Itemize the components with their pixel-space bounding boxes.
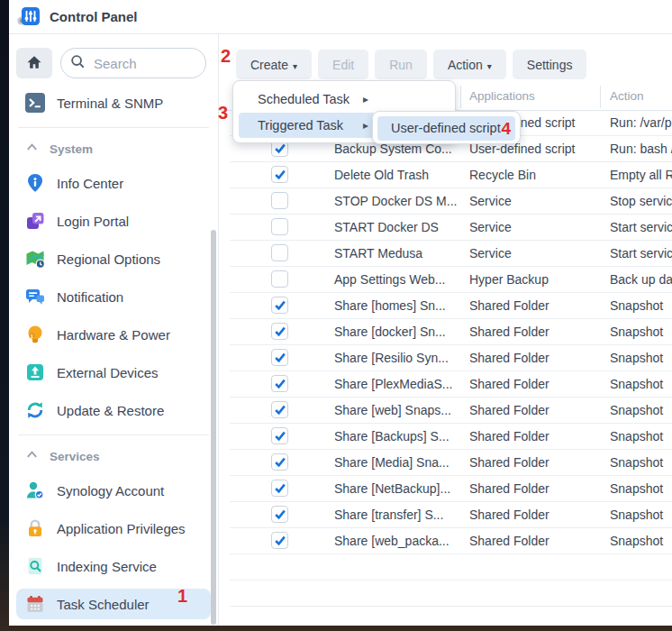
task-enabled-checkbox[interactable] bbox=[271, 401, 288, 418]
annotation-3: 3 bbox=[218, 104, 228, 122]
sidebar-item-label: Synology Account bbox=[57, 483, 164, 498]
sidebar-item-notification[interactable]: Notification bbox=[16, 281, 211, 312]
table-row[interactable]: Share [Resilio Syn... Shared Folder Snap… bbox=[230, 345, 672, 371]
notification-icon bbox=[25, 287, 45, 306]
sidebar-item-update-restore[interactable]: Update & Restore bbox=[16, 395, 211, 425]
table-row[interactable]: Share [docker] Sn... Shared Folder Snaps… bbox=[230, 319, 672, 345]
task-enabled-checkbox[interactable] bbox=[271, 480, 288, 497]
settings-button[interactable]: Settings bbox=[513, 50, 587, 79]
sidebar-item-label: Regional Options bbox=[57, 251, 160, 267]
table-row[interactable]: STOP Docker DS M... Service Stop servic bbox=[230, 188, 672, 215]
table-row[interactable]: App Settings Web... Hyper Backup Back up… bbox=[230, 267, 672, 293]
task-action-cell: Snapshot bbox=[610, 424, 672, 449]
task-enabled-checkbox[interactable] bbox=[271, 297, 288, 314]
task-name-cell: STOP Docker DS M... bbox=[334, 188, 464, 214]
sidebar-item-info-center[interactable]: Info Center bbox=[16, 168, 211, 198]
update-restore-icon bbox=[25, 400, 45, 420]
task-action-cell: Empty all R bbox=[610, 162, 672, 187]
task-name-cell: App Settings Web... bbox=[334, 267, 464, 292]
task-enabled-checkbox[interactable] bbox=[271, 532, 288, 549]
task-action-cell: Run: /var/p bbox=[610, 110, 672, 135]
menu-item-triggered-task[interactable]: Triggered Task ▸ bbox=[239, 113, 376, 138]
task-enabled-checkbox[interactable] bbox=[271, 506, 288, 523]
task-enabled-checkbox[interactable] bbox=[271, 192, 288, 209]
search-box[interactable] bbox=[60, 48, 206, 78]
column-separator bbox=[600, 86, 601, 108]
sidebar-item-label: External Devices bbox=[57, 365, 159, 380]
action-button[interactable]: Action▾ bbox=[433, 50, 506, 79]
table-row[interactable]: START Docker DS Service Start servic bbox=[230, 215, 672, 241]
task-enabled-checkbox[interactable] bbox=[271, 349, 288, 366]
task-action-cell: Snapshot bbox=[610, 398, 672, 423]
table-row[interactable]: Share [NetBackup]... Shared Folder Snaps… bbox=[230, 476, 672, 502]
sidebar-item-label: Login Portal bbox=[57, 214, 129, 229]
sidebar-item-regional-options[interactable]: Regional Options bbox=[16, 243, 211, 274]
table-row[interactable]: Share [Backups] S... Shared Folder Snaps… bbox=[230, 424, 672, 450]
menu-item-user-defined-script[interactable]: User-defined script 4 bbox=[377, 116, 515, 141]
column-header-applications[interactable]: Applications bbox=[469, 89, 535, 103]
submenu-arrow-icon: ▸ bbox=[363, 87, 368, 112]
sidebar-item-terminal-snmp[interactable]: Terminal & SNMP bbox=[16, 87, 211, 118]
sidebar-scrollbar[interactable] bbox=[211, 230, 216, 625]
external-devices-icon bbox=[25, 362, 45, 382]
chevron-up-icon bbox=[25, 141, 39, 157]
task-name-cell: Share [Backups] S... bbox=[334, 424, 464, 449]
sidebar-item-label: Application Privileges bbox=[57, 521, 186, 536]
task-enabled-checkbox[interactable] bbox=[271, 323, 288, 340]
sidebar-section-system[interactable]: System bbox=[25, 139, 211, 159]
table-row[interactable]: Share [web_packa... Shared Folder Snapsh… bbox=[230, 528, 672, 554]
sidebar-item-login-portal[interactable]: Login Portal bbox=[16, 206, 211, 236]
table-row[interactable]: Share [web] Snaps... Shared Folder Snaps… bbox=[230, 398, 672, 424]
toolbar: Create▾ Edit Run Action▾ Settings bbox=[219, 34, 672, 79]
edit-button[interactable]: Edit bbox=[318, 50, 368, 79]
table-row[interactable]: Share [PlexMediaS... Shared Folder Snaps… bbox=[230, 371, 672, 398]
column-header-action[interactable]: Action bbox=[610, 89, 644, 103]
empty-table-row bbox=[230, 554, 672, 581]
task-name-cell: Share [NetBackup]... bbox=[334, 476, 464, 501]
chevron-up-icon bbox=[25, 448, 39, 464]
search-input[interactable] bbox=[92, 55, 196, 72]
task-enabled-checkbox[interactable] bbox=[271, 453, 288, 471]
table-row[interactable]: START Medusa Service Start servic bbox=[230, 241, 672, 267]
run-button[interactable]: Run bbox=[375, 50, 427, 79]
table-row[interactable]: Delete Old Trash Recycle Bin Empty all R bbox=[230, 162, 672, 188]
task-enabled-checkbox[interactable] bbox=[271, 375, 288, 392]
task-scheduler-icon bbox=[25, 594, 45, 614]
sidebar-item-synology-account[interactable]: Synology Account bbox=[16, 475, 211, 506]
task-application-cell: Shared Folder bbox=[469, 319, 604, 344]
task-enabled-checkbox[interactable] bbox=[271, 244, 288, 261]
task-enabled-checkbox[interactable] bbox=[271, 166, 288, 183]
task-application-cell: Shared Folder bbox=[469, 450, 604, 475]
task-application-cell: Shared Folder bbox=[469, 345, 604, 370]
task-action-cell: Start servic bbox=[610, 215, 672, 240]
task-action-cell: Snapshot bbox=[610, 528, 672, 553]
table-row[interactable]: Share [homes] Sn... Shared Folder Snapsh… bbox=[230, 293, 672, 319]
task-enabled-checkbox[interactable] bbox=[271, 427, 288, 444]
task-action-cell: Snapshot bbox=[610, 476, 672, 501]
terminal-icon bbox=[25, 93, 45, 113]
menu-item-scheduled-task[interactable]: Scheduled Task ▸ bbox=[239, 87, 376, 112]
table-row[interactable]: Share [transfer] S... Shared Folder Snap… bbox=[230, 502, 672, 528]
sidebar-item-external-devices[interactable]: External Devices bbox=[16, 357, 211, 388]
task-application-cell: Service bbox=[469, 188, 604, 214]
task-enabled-checkbox[interactable] bbox=[271, 218, 288, 235]
indexing-service-icon bbox=[25, 556, 45, 576]
sidebar: Terminal & SNMP System Info Center L bbox=[9, 34, 219, 626]
sidebar-item-indexing-service[interactable]: Indexing Service bbox=[16, 551, 211, 581]
task-name-cell: Share [PlexMediaS... bbox=[334, 371, 464, 397]
home-button[interactable] bbox=[16, 48, 52, 78]
sidebar-divider bbox=[18, 127, 209, 128]
sidebar-item-application-privileges[interactable]: Application Privileges bbox=[16, 513, 211, 544]
control-panel-icon bbox=[17, 5, 41, 29]
info-center-icon bbox=[25, 173, 45, 193]
task-application-cell: Hyper Backup bbox=[469, 267, 604, 292]
task-enabled-checkbox[interactable] bbox=[271, 270, 288, 288]
sidebar-divider bbox=[18, 434, 209, 435]
sidebar-item-label: Hardware & Power bbox=[57, 327, 170, 343]
sidebar-section-services[interactable]: Services bbox=[25, 446, 211, 466]
sidebar-item-label: Update & Restore bbox=[57, 403, 164, 418]
table-row[interactable]: Share [Media] Sna... Shared Folder Snaps… bbox=[230, 450, 672, 476]
task-action-cell: Run: bash / bbox=[610, 136, 672, 161]
create-button[interactable]: Create▾ bbox=[236, 50, 312, 79]
sidebar-item-hardware-power[interactable]: 1 Hardware & Power bbox=[16, 319, 211, 350]
